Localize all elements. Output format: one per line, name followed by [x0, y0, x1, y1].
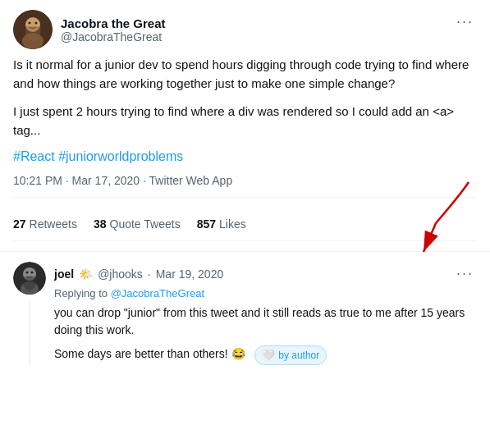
reply-text-2: Some days are better than others! 😂 🤍 by…: [54, 345, 477, 365]
heart-icon: 🤍: [262, 347, 275, 363]
tweet-text-2: I just spent 2 hours trying to find wher…: [13, 103, 477, 139]
likes-label: Likes: [219, 217, 246, 231]
main-user-info: Jacobra the Great @JacobraTheGreat: [61, 16, 166, 43]
quote-tweets-stat[interactable]: 38 Quote Tweets: [94, 217, 181, 231]
retweets-stat[interactable]: 27 Retweets: [13, 217, 77, 231]
tweet-stats: 27 Retweets 38 Quote Tweets 857 Likes: [13, 208, 477, 241]
reply-date: Mar 19, 2020: [156, 267, 224, 281]
main-display-name: Jacobra the Great: [61, 16, 166, 30]
reply-content: joel 🌤️ @jhooks · Mar 19, 2020 ··· Reply…: [54, 262, 477, 365]
reply-text-1: you can drop "junior" from this tweet an…: [54, 304, 477, 339]
reply-header: joel 🌤️ @jhooks · Mar 19, 2020 ···: [54, 262, 477, 286]
reply-emoji-badge: 🌤️: [79, 267, 93, 281]
reply-body: you can drop "junior" from this tweet an…: [54, 304, 477, 365]
main-username[interactable]: @JacobraTheGreat: [61, 30, 166, 43]
tweet-header: Jacobra the Great @JacobraTheGreat ···: [13, 10, 477, 49]
quote-label: Quote Tweets: [110, 217, 181, 231]
replying-to-user[interactable]: @JacobraTheGreat: [111, 287, 204, 299]
retweets-label: Retweets: [30, 217, 77, 231]
replying-to: Replying to @JacobraTheGreat: [54, 287, 477, 299]
main-avatar[interactable]: [13, 10, 53, 49]
reply-thread-line: [29, 299, 30, 365]
quote-count: 38: [94, 217, 107, 231]
svg-point-3: [29, 22, 31, 25]
replying-to-label: Replying to: [54, 287, 108, 299]
tweet-text-1: Is it normal for a junior dev to spend h…: [13, 56, 477, 93]
reply-avatar-svg: [13, 262, 46, 295]
retweets-count: 27: [13, 217, 26, 231]
reply-more-options[interactable]: ···: [453, 262, 477, 286]
reply-left: [13, 262, 46, 365]
by-author-label: by author: [278, 348, 319, 363]
reply-username[interactable]: @jhooks: [98, 267, 143, 281]
reply-container: joel 🌤️ @jhooks · Mar 19, 2020 ··· Reply…: [0, 252, 490, 375]
likes-count: 857: [197, 217, 216, 231]
reply-section: joel 🌤️ @jhooks · Mar 19, 2020 ··· Reply…: [0, 252, 490, 375]
svg-point-9: [26, 272, 29, 274]
reply-header-info: joel 🌤️ @jhooks · Mar 19, 2020: [54, 267, 223, 281]
svg-point-4: [35, 22, 38, 25]
avatar-svg: [13, 10, 53, 49]
tweet-meta: 10:21 PM · Mar 17, 2020 · Twitter Web Ap…: [13, 174, 477, 198]
reply-avatar[interactable]: [13, 262, 46, 295]
main-tweet: Jacobra the Great @JacobraTheGreat ··· I…: [0, 0, 490, 252]
main-more-options[interactable]: ···: [453, 10, 477, 34]
svg-point-10: [31, 272, 34, 274]
by-author-badge: 🤍 by author: [254, 345, 327, 365]
reply-separator: ·: [148, 267, 151, 281]
reply-text-2-content: Some days are better than others! 😂: [54, 347, 245, 360]
main-tweet-body: Is it normal for a junior dev to spend h…: [13, 56, 477, 139]
reply-display-name: joel: [54, 267, 74, 281]
tweet-hashtags[interactable]: #React #juniorworldproblems: [13, 149, 477, 164]
main-avatar-image: [13, 10, 53, 49]
tweet-header-left: Jacobra the Great @JacobraTheGreat: [13, 10, 166, 49]
likes-stat[interactable]: 857 Likes: [197, 217, 246, 231]
